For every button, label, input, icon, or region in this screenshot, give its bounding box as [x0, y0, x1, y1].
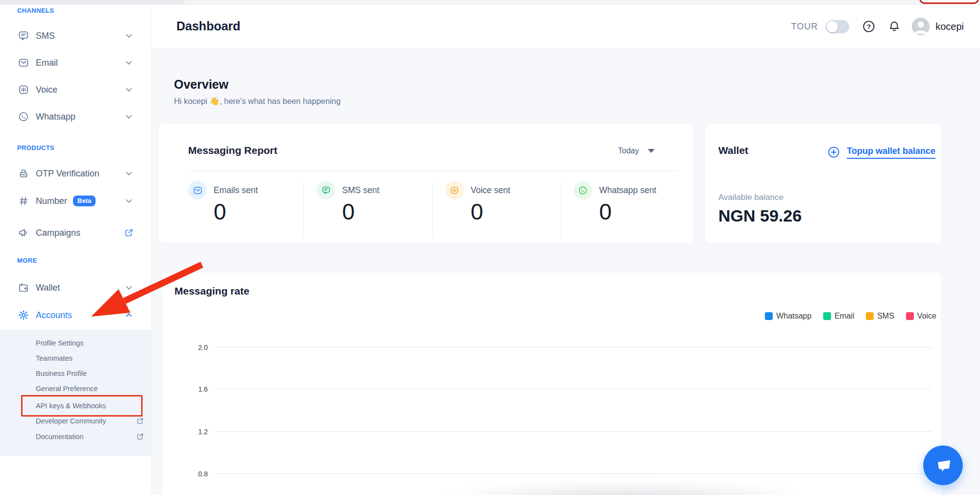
- tour-toggle[interactable]: [826, 20, 849, 33]
- sidebar-item-label: Accounts: [36, 310, 72, 321]
- external-link-icon: [136, 432, 145, 441]
- page-title: Dashboard: [176, 19, 241, 33]
- channels-heading: CHANNELS: [17, 7, 54, 14]
- voice-waveform-icon: [445, 181, 464, 199]
- help-icon[interactable]: ?: [862, 20, 876, 33]
- sidebar-item-label: Number: [36, 196, 67, 206]
- legend-label: Whatsapp: [776, 312, 811, 321]
- sms-bubble-icon: [18, 30, 29, 42]
- legend-label: Voice: [917, 312, 936, 321]
- submenu-item-label: Developer Community: [36, 417, 106, 425]
- voice-waveform-icon: [18, 84, 29, 96]
- legend-label: Email: [834, 312, 854, 321]
- more-heading: MORE: [17, 257, 37, 264]
- y-axis-tick: 2.0: [189, 344, 208, 351]
- stat-label: SMS sent: [342, 185, 379, 196]
- sidebar-item-campaigns[interactable]: Campaigns: [18, 224, 134, 241]
- chevron-down-icon[interactable]: [123, 196, 134, 206]
- hash-icon: [18, 195, 29, 207]
- legend-sms: SMS: [866, 312, 894, 321]
- chevron-down-icon[interactable]: [123, 30, 134, 41]
- top-bar-actions: TOUR ? kocepi: [791, 5, 964, 48]
- sidebar-item-sms[interactable]: SMS: [18, 27, 134, 44]
- submenu-item-label: Business Profile: [36, 370, 87, 377]
- envelope-icon: [18, 57, 29, 69]
- stat-label: Whatsapp sent: [599, 185, 657, 196]
- plus-circle-icon: [827, 146, 840, 159]
- stat-value: 0: [214, 199, 303, 224]
- sidebar-item-wallet[interactable]: Wallet: [18, 279, 134, 296]
- wallet-card: Wallet Topup wallet balance Available ba…: [704, 124, 942, 244]
- sidebar-item-whatsapp[interactable]: Whatsapp: [18, 108, 134, 125]
- submenu-item-profile-settings[interactable]: Profile Settings: [36, 336, 145, 350]
- sidebar-item-label: Email: [36, 58, 58, 68]
- whatsapp-icon: [18, 111, 29, 123]
- accounts-submenu: Profile Settings Teammates Business Prof…: [0, 330, 152, 456]
- tour-label: TOUR: [791, 22, 818, 32]
- stat-emails-sent: Emails sent 0: [188, 181, 303, 239]
- gridline: [215, 347, 932, 347]
- sms-bubble-icon: [317, 181, 335, 199]
- stat-label: Emails sent: [214, 185, 258, 196]
- submenu-item-general-preference[interactable]: General Preference: [36, 382, 145, 396]
- sidebar-item-label: Campaigns: [36, 228, 80, 238]
- submenu-item-teammates[interactable]: Teammates: [36, 351, 145, 365]
- legend-label: SMS: [877, 312, 894, 321]
- gridline: [215, 473, 932, 474]
- sidebar-item-label: OTP Verification: [36, 169, 99, 179]
- topup-wallet-link[interactable]: Topup wallet balance: [827, 146, 935, 159]
- chevron-down-icon[interactable]: [123, 111, 134, 122]
- overview-title: Overview: [174, 77, 228, 92]
- wallet-title: Wallet: [718, 145, 748, 156]
- sidebar-item-email[interactable]: Email: [18, 54, 134, 71]
- chart-bottom-shadow: [417, 478, 799, 495]
- overview-subtitle: Hi kocepi 👋, here's what has been happen…: [174, 97, 341, 106]
- legend-swatch: [866, 312, 874, 320]
- submenu-item-label: Teammates: [36, 354, 73, 362]
- sidebar-item-voice[interactable]: Voice: [18, 81, 134, 98]
- gear-icon: [18, 309, 29, 321]
- dashboard-page: CHANNELS SMS Email Voice Whatsapp PRODUC…: [0, 0, 980, 495]
- chevron-down-icon[interactable]: [123, 282, 134, 293]
- chat-bubble-icon: [932, 455, 954, 476]
- submenu-item-label: Profile Settings: [36, 339, 84, 347]
- legend-swatch: [906, 312, 914, 320]
- y-axis-tick: 1.6: [189, 385, 208, 393]
- sidebar-item-accounts[interactable]: Accounts: [18, 307, 134, 323]
- toggle-knob: [827, 21, 838, 32]
- stat-value: 0: [471, 199, 561, 224]
- stat-label: Voice sent: [471, 185, 511, 196]
- external-link-icon: [136, 417, 145, 425]
- chevron-down-icon[interactable]: [123, 57, 134, 68]
- user-menu[interactable]: kocepi: [935, 21, 964, 32]
- chat-widget-button[interactable]: [923, 446, 963, 485]
- messaging-report-title: Messaging Report: [188, 145, 277, 156]
- browser-tab-edge: [183, 0, 980, 5]
- legend-swatch: [765, 312, 773, 320]
- svg-text:?: ?: [867, 23, 871, 30]
- chevron-down-icon[interactable]: [123, 168, 134, 179]
- messaging-rate-title: Messaging rate: [174, 285, 249, 297]
- sidebar-item-otp-verification[interactable]: OTP Verification: [18, 165, 134, 182]
- sidebar-item-number[interactable]: Number Beta: [18, 193, 134, 209]
- stat-whatsapp-sent: Whatsapp sent 0: [561, 181, 689, 239]
- legend-whatsapp: Whatsapp: [765, 312, 811, 321]
- legend-swatch: [823, 312, 831, 320]
- chevron-up-icon[interactable]: [123, 310, 134, 321]
- avatar[interactable]: [912, 18, 930, 35]
- chevron-down-icon[interactable]: [123, 84, 134, 95]
- submenu-item-documentation[interactable]: Documentation: [36, 430, 145, 444]
- messaging-report-card: Messaging Report Today Emails sent 0 SMS…: [158, 124, 694, 244]
- topup-wallet-label: Topup wallet balance: [847, 146, 935, 159]
- period-select[interactable]: Today: [618, 147, 655, 155]
- top-bar: Dashboard TOUR ? kocepi: [152, 5, 980, 48]
- submenu-item-business-profile[interactable]: Business Profile: [36, 367, 145, 380]
- bell-icon[interactable]: [887, 20, 901, 33]
- divider: [188, 171, 679, 171]
- sidebar-item-label: SMS: [36, 31, 55, 41]
- stat-voice-sent: Voice sent 0: [432, 181, 561, 239]
- envelope-icon: [188, 181, 207, 199]
- available-balance-label: Available balance: [718, 193, 784, 202]
- sidebar-item-label: Voice: [36, 85, 57, 95]
- whatsapp-icon: [574, 181, 592, 199]
